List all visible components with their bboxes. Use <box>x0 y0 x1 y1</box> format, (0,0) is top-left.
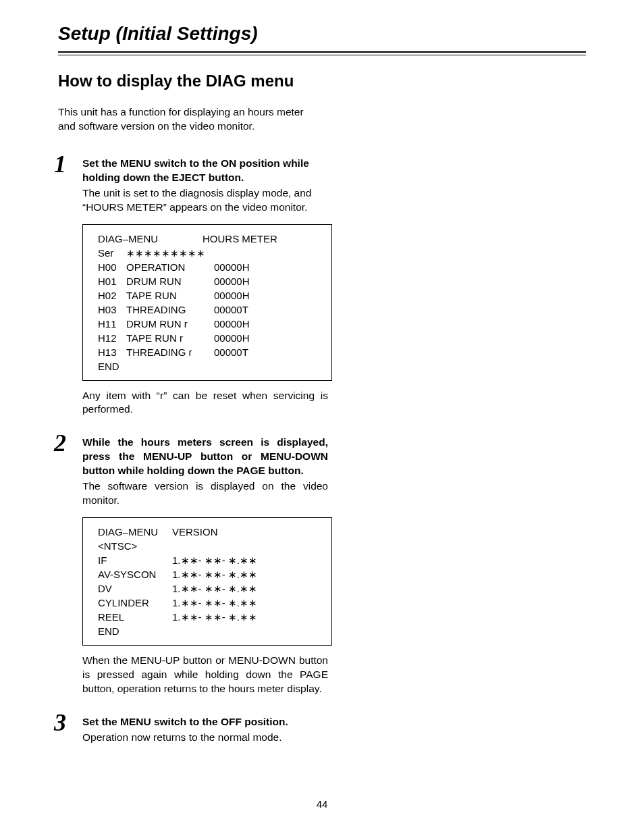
step-1-body: The unit is set to the diagnosis display… <box>82 186 328 215</box>
step-2: 2 While the hours meters screen is displ… <box>58 436 328 696</box>
table-row: AV-SYSCON 1.∗∗- ∗∗- ∗.∗∗ <box>98 567 257 581</box>
version-end: END <box>98 624 172 638</box>
step-1: 1 Set the MENU switch to the ON position… <box>58 157 328 417</box>
intro-text: This unit has a function for displaying … <box>58 105 315 134</box>
step-number-2: 2 <box>54 429 66 457</box>
version-table: DIAG–MENU VERSION <NTSC> IF 1.∗∗- ∗∗- ∗.… <box>98 525 257 638</box>
table-row: REEL 1.∗∗- ∗∗- ∗.∗∗ <box>98 610 257 624</box>
version-header-right: VERSION <box>172 525 257 539</box>
page: Setup (Initial Settings) How to display … <box>0 0 644 834</box>
step-3-heading: Set the MENU switch to the OFF position. <box>82 715 328 729</box>
step-1-heading: Set the MENU switch to the ON position w… <box>82 157 328 185</box>
section-title: How to display the DIAG menu <box>58 72 586 90</box>
hours-end: END <box>98 359 126 373</box>
table-row: H11 DRUM RUN r 00000H <box>98 317 250 331</box>
step-number-3: 3 <box>54 708 66 737</box>
steps-column: 1 Set the MENU switch to the ON position… <box>58 157 328 745</box>
hours-meter-screen: DIAG–MENU HOURS METER Ser ∗∗∗∗∗∗∗∗∗ H00 … <box>82 224 332 381</box>
rule-thin <box>58 55 586 55</box>
table-row: H02 TAPE RUN 00000H <box>98 288 250 303</box>
page-title: Setup (Initial Settings) <box>58 23 586 45</box>
table-row: H12 TAPE RUN r 00000H <box>98 331 250 345</box>
table-row: DV 1.∗∗- ∗∗- ∗.∗∗ <box>98 581 257 596</box>
hours-table: Ser ∗∗∗∗∗∗∗∗∗ H00 OPERATION 00000H H01 D… <box>98 246 250 373</box>
table-row: H01 DRUM RUN 00000H <box>98 274 250 288</box>
step-1-note: Any item with “r” can be reset when serv… <box>82 389 328 417</box>
step-2-body: The software version is displayed on the… <box>82 479 328 508</box>
table-row: <NTSC> <box>98 539 257 553</box>
version-sub: <NTSC> <box>98 539 172 553</box>
step-3-body: Operation now returns to the normal mode… <box>82 731 328 745</box>
version-header-left: DIAG–MENU <box>98 525 172 539</box>
page-number: 44 <box>0 798 644 810</box>
step-number-1: 1 <box>54 150 66 178</box>
table-row: Ser ∗∗∗∗∗∗∗∗∗ <box>98 246 250 260</box>
table-row: H03 THREADING 00000T <box>98 303 250 317</box>
hours-header-left: DIAG–MENU <box>98 232 203 246</box>
version-screen: DIAG–MENU VERSION <NTSC> IF 1.∗∗- ∗∗- ∗.… <box>82 517 332 646</box>
table-row: IF 1.∗∗- ∗∗- ∗.∗∗ <box>98 553 257 567</box>
ser-value: ∗∗∗∗∗∗∗∗∗ <box>126 246 214 260</box>
step-2-note: When the MENU-UP button or MENU-DOWN but… <box>82 654 328 696</box>
step-3: 3 Set the MENU switch to the OFF positio… <box>58 715 328 745</box>
hours-header-right: HOURS METER <box>203 232 277 246</box>
table-row: H13 THREADING r 00000T <box>98 345 250 359</box>
rule-thick <box>58 51 586 53</box>
ser-label: Ser <box>98 246 126 260</box>
table-row: DIAG–MENU VERSION <box>98 525 257 539</box>
table-row: END <box>98 624 257 638</box>
step-2-heading: While the hours meters screen is display… <box>82 436 328 478</box>
table-row: CYLINDER 1.∗∗- ∗∗- ∗.∗∗ <box>98 596 257 610</box>
table-row: END <box>98 359 250 373</box>
table-row: H00 OPERATION 00000H <box>98 260 250 274</box>
